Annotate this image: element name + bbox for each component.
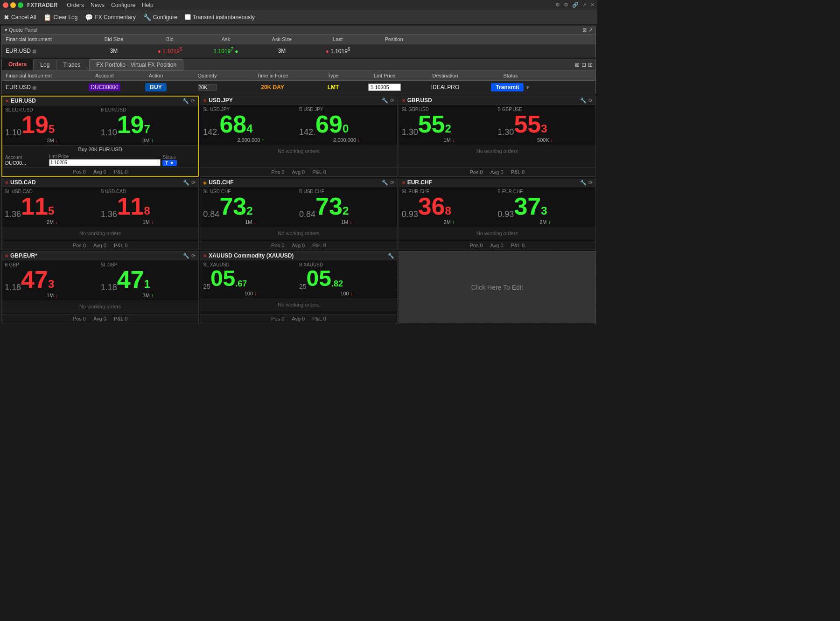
usdchf-sl-label: SL USD.CHF <box>203 189 298 194</box>
tile-usdcad-header: ✕ USD.CAD 🔧 ⟳ <box>2 178 198 187</box>
xauusd-buy-side[interactable]: B XAUUSD 25 05 .82 100 ↓ <box>299 262 394 296</box>
usdcad-settings-icon[interactable]: 🔧 <box>183 180 189 186</box>
or-quantity[interactable] <box>179 83 235 91</box>
xauusd-pos: Pos 0 <box>271 316 284 321</box>
eurusd-pos: Pos 0 <box>73 169 86 174</box>
q-instrument-icon: ▦ <box>32 49 36 54</box>
q-position <box>366 50 422 52</box>
menu-help[interactable]: Help <box>142 2 154 8</box>
eurusd-status-t[interactable]: T ▼ <box>162 160 177 166</box>
tile-eurchf: ✕ EUR.CHF 🔧 ⟳ SL EUR.CHF 0.93 36 8 2M ↑ … <box>399 178 596 250</box>
maximize-button[interactable] <box>18 2 23 8</box>
fx-commentary-button[interactable]: 💬 FX Commentary <box>85 14 135 21</box>
transmit-checkbox[interactable] <box>185 14 191 20</box>
oh-instrument: Financial Instrument <box>2 72 77 79</box>
tile-click-edit[interactable]: Click Here To Edit <box>399 251 596 323</box>
eurusd-buy-side[interactable]: B EUR.USD 1.10 19 7 3M ↑ <box>101 107 196 143</box>
configure-button[interactable]: 🔧 Configure <box>143 14 177 21</box>
eurchf-sell-side[interactable]: SL EUR.CHF 0.93 36 8 2M ↑ <box>402 189 497 225</box>
minimize-button[interactable] <box>10 2 16 8</box>
gbpeur-settings-icon[interactable]: 🔧 <box>183 253 189 259</box>
gbpeur-buy-side[interactable]: SL GBP 1.18 47 1 3M ↑ <box>101 262 196 298</box>
gbpusd-avg: Avg 0 <box>490 169 504 175</box>
gbpeur-b-price: 1.18 47 1 <box>101 267 196 292</box>
gbpusd-buy-side[interactable]: B GBP.USD 1.30 55 3 500K ↓ <box>497 107 593 143</box>
usdchf-sell-side[interactable]: SL USD.CHF 0.84 73 2 1M ↓ <box>203 189 298 225</box>
tile-xauusd-title: XAUUSD Commodity (XAUUSD) <box>209 252 294 259</box>
qh-bid: Bid <box>142 35 198 43</box>
tile-gbpeur-prices: B GBP 1.18 47 3 1M ↓ SL GBP 1.18 47 1 3M… <box>2 260 198 300</box>
usdchf-buy-side[interactable]: B USD.CHF 0.84 73 2 1M ↓ <box>299 189 394 225</box>
tile-gbpusd-prices: SL GBP.USD 1.30 55 2 1M ↓ B GBP.USD 1.30… <box>399 105 595 145</box>
eurusd-sell-side[interactable]: SL EUR.USD 1.10 19 5 3M ↓ <box>5 107 100 143</box>
eurchf-refresh-icon[interactable]: ⟳ <box>588 180 593 186</box>
usdjpy-sell-side[interactable]: SL USD.JPY 142. 68 4 2,600,000 ↑ <box>203 107 298 143</box>
eurchf-buy-side[interactable]: B EUR.CHF 0.93 37 3 2M ↑ <box>497 189 593 225</box>
eurchf-b-price: 0.93 37 3 <box>497 194 593 218</box>
gbpeur-sell-side[interactable]: B GBP 1.18 47 3 1M ↓ <box>5 262 100 298</box>
menu-configure[interactable]: Configure <box>111 2 135 8</box>
tile-usdchf-icons: 🔧 ⟳ <box>382 180 394 186</box>
usdcad-sell-side[interactable]: SL USD.CAD 1.36 11 5 2M ↓ <box>5 189 100 225</box>
gbpusd-refresh-icon[interactable]: ⟳ <box>588 98 593 104</box>
quote-panel-icon2[interactable]: ↗ <box>588 27 593 33</box>
gbpusd-pos: Pos 0 <box>470 169 483 175</box>
tab-log[interactable]: Log <box>34 60 56 70</box>
usdjpy-sl-price: 142. 68 4 <box>203 112 298 136</box>
tab-icon-2[interactable]: ⊡ <box>581 62 586 68</box>
tile-usdcad-icon: ✕ <box>5 180 8 185</box>
tab-orders[interactable]: Orders <box>2 59 34 70</box>
usdchf-refresh-icon[interactable]: ⟳ <box>390 180 394 186</box>
transmit-button[interactable]: Transmit <box>491 83 524 91</box>
eurusd-lmt-input[interactable] <box>49 159 161 166</box>
xauusd-settings-icon[interactable]: 🔧 <box>388 253 394 259</box>
eurusd-sl-label: SL EUR.USD <box>5 107 100 112</box>
tile-settings-icon[interactable]: 🔧 <box>182 98 189 104</box>
oh-type: Type <box>310 72 357 79</box>
tile-usdjpy-icon: ✕ <box>203 98 207 103</box>
usdcad-refresh-icon[interactable]: ⟳ <box>191 180 196 186</box>
tile-refresh-icon[interactable]: ⟳ <box>191 98 195 104</box>
usdcad-buy-side[interactable]: B USD.CAD 1.36 11 8 1M ↓ <box>101 189 196 225</box>
quote-panel-icon1[interactable]: ⊠ <box>582 27 587 33</box>
eurchf-footer: Pos 0 Avg 0 P&L 0 <box>399 241 595 250</box>
q-instrument[interactable]: EUR.USD ▦ <box>2 47 86 55</box>
usdcad-sl-price: 1.36 11 5 <box>5 194 100 218</box>
gbpeur-pl: P&L 0 <box>114 316 128 321</box>
close-button[interactable] <box>3 2 8 8</box>
tab-portfolio[interactable]: FX Portfolio - Virtual FX Position <box>89 59 183 70</box>
usdchf-footer: Pos 0 Avg 0 P&L 0 <box>200 241 397 250</box>
or-lmt-price[interactable] <box>357 83 413 92</box>
menu-orders[interactable]: Orders <box>67 2 84 8</box>
cancel-icon: ✖ <box>4 14 9 21</box>
or-action-buy[interactable]: BUY <box>145 83 166 91</box>
tab-trades[interactable]: Trades <box>56 60 87 70</box>
qh-ask-size: Ask Size <box>254 35 310 43</box>
tile-gbpeur-title: GBP.EUR* <box>10 252 37 259</box>
usdjpy-no-orders: No working orders <box>200 145 397 167</box>
usdjpy-settings-icon[interactable]: 🔧 <box>382 98 388 104</box>
usdchf-no-orders: No working orders <box>200 227 397 240</box>
transmit-check[interactable]: Transmit instantaneously <box>185 14 255 21</box>
cancel-all-button[interactable]: ✖ Cancel All <box>4 14 36 21</box>
usdjpy-buy-side[interactable]: B USD.JPY 142. 69 0 2,000,000 ↓ <box>299 107 394 143</box>
clear-log-button[interactable]: 📋 Clear Log <box>43 14 77 21</box>
tab-icon-3[interactable]: ⊞ <box>588 62 593 68</box>
usdjpy-footer: Pos 0 Avg 0 P&L 0 <box>200 167 397 176</box>
usdjpy-refresh-icon[interactable]: ⟳ <box>390 98 394 104</box>
usdchf-settings-icon[interactable]: 🔧 <box>382 180 388 186</box>
xauusd-sell-side[interactable]: SL XAUUSD 25 05 .67 100 ↓ <box>203 262 298 296</box>
eurusd-sl-price: 1.10 19 5 <box>5 112 100 137</box>
tile-eurchf-header: ✕ EUR.CHF 🔧 ⟳ <box>399 178 595 187</box>
or-status[interactable]: Transmit ▼ <box>478 82 543 92</box>
titlebar: FXTRADER Orders News Configure Help ⚙ ⚙ … <box>0 0 597 10</box>
tab-icon-1[interactable]: ⊠ <box>575 62 580 68</box>
eurusd-order-label: Buy 20K EUR.USD <box>2 145 198 153</box>
gbpusd-settings-icon[interactable]: 🔧 <box>580 98 587 104</box>
eurchf-settings-icon[interactable]: 🔧 <box>580 180 587 186</box>
gbpusd-sell-side[interactable]: SL GBP.USD 1.30 55 2 1M ↓ <box>402 107 497 143</box>
gbpeur-refresh-icon[interactable]: ⟳ <box>191 253 196 259</box>
transmit-dropdown[interactable]: ▼ <box>525 85 530 90</box>
tile-gbpeur-icons: 🔧 ⟳ <box>183 253 196 259</box>
menu-news[interactable]: News <box>91 2 105 8</box>
